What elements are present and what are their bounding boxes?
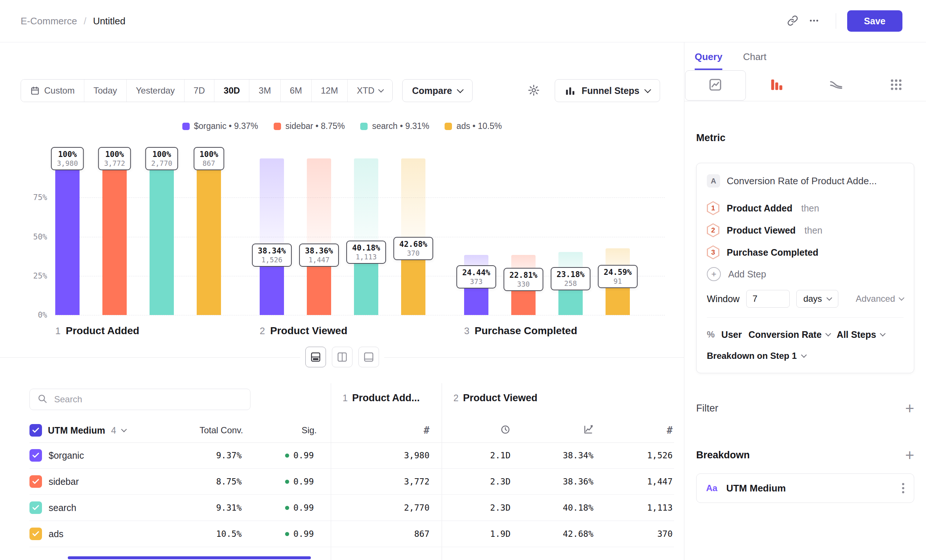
count-column-header[interactable]: #	[595, 425, 674, 436]
chevron-down-icon	[801, 352, 807, 358]
breadcrumb-page-title[interactable]: Untitled	[93, 15, 125, 27]
metric-step-1[interactable]: 1Product Addedthen	[707, 197, 903, 219]
header-divider	[836, 13, 836, 29]
add-breakdown-button[interactable]: +	[905, 450, 914, 461]
bar-count: 2,770	[151, 159, 172, 168]
range-12m-button[interactable]: 12M	[312, 80, 348, 102]
metric-step-3[interactable]: 3Purchase Completed	[707, 241, 903, 263]
window-unit-select[interactable]: days	[796, 290, 838, 308]
time-to-convert-column-header[interactable]	[431, 424, 512, 436]
range-30d-button[interactable]: 30D	[214, 80, 250, 102]
compare-button[interactable]: Compare	[402, 79, 472, 102]
range-yesterday-button[interactable]: Yesterday	[127, 80, 185, 102]
sig-number: 0.99	[294, 503, 315, 513]
pv-conv-value: 38.34%	[512, 451, 595, 460]
select-all-checkbox[interactable]	[29, 424, 42, 437]
legend-swatch	[445, 123, 452, 130]
table-search[interactable]	[29, 389, 250, 410]
layout-chart-only-button[interactable]	[359, 347, 379, 367]
conversion-rate-column-header[interactable]	[512, 424, 595, 436]
breakdown-column-header[interactable]: UTM Medium	[48, 425, 105, 436]
measurement-select[interactable]: Conversion Rate	[749, 329, 830, 340]
chart-settings-button[interactable]	[523, 80, 545, 101]
breadcrumb-project[interactable]: E-Commerce	[21, 15, 77, 27]
breakdown-on-step-select[interactable]: Breakdown on Step 1	[707, 348, 903, 363]
step-connector: then	[805, 225, 823, 236]
tab-query[interactable]: Query	[694, 51, 722, 70]
y-axis-tick: 50%	[0, 233, 47, 241]
more-options-button[interactable]	[803, 10, 825, 32]
funnel-bar-remainder	[401, 159, 425, 248]
funnel-bars-icon	[769, 78, 784, 93]
metric-title-row[interactable]: A Conversion Rate of Product Adde...	[707, 173, 903, 189]
count-column-header[interactable]: #	[317, 425, 431, 436]
range-today-button[interactable]: Today	[84, 80, 127, 102]
y-axis-tick: 25%	[0, 271, 47, 280]
total-conv-value: 8.75%	[184, 477, 243, 486]
bar-value-label: 38.36%1,447	[299, 244, 339, 267]
range-3m-button[interactable]: 3M	[250, 80, 280, 102]
funnel-bar-ads-step1[interactable]	[197, 159, 221, 315]
metric-step-2[interactable]: 2Product Viewedthen	[707, 219, 903, 241]
step-number-badge: 3	[707, 245, 719, 259]
bar-count: 3,772	[104, 159, 125, 168]
range-7d-button[interactable]: 7D	[185, 80, 215, 102]
horizontal-scrollbar-thumb[interactable]	[68, 556, 311, 559]
tab-chart[interactable]: Chart	[743, 51, 767, 70]
range-xtd-button[interactable]: XTD	[348, 80, 392, 102]
table-row-ads[interactable]: ads10.5%0.998671.9D42.68%370	[29, 521, 674, 547]
layout-split-horizontal-button[interactable]	[306, 347, 326, 367]
table-row-organic[interactable]: $organic9.37%0.993,9802.1D38.34%1,526	[29, 442, 674, 469]
sig-column-header[interactable]: Sig.	[243, 425, 317, 436]
kebab-menu-icon[interactable]	[902, 483, 904, 493]
funnel-bar-sidebar-step1[interactable]	[102, 159, 127, 315]
funnel-bar-organic-step1[interactable]	[55, 159, 80, 315]
row-label: ads	[48, 529, 64, 539]
row-checkbox[interactable]	[29, 449, 42, 462]
total-conv-column-header[interactable]: Total Conv.	[184, 425, 243, 436]
bar-count: 370	[399, 249, 427, 257]
legend-item-organic[interactable]: $organic • 9.37%	[182, 121, 258, 131]
viz-tab-insights[interactable]	[685, 70, 746, 101]
view-type-button[interactable]: Funnel Steps	[555, 79, 660, 102]
bar-percent: 24.59%	[604, 268, 632, 277]
legend-item-sidebar[interactable]: sidebar • 8.75%	[274, 121, 345, 131]
table-group-header-step1[interactable]: 1Product Add...	[343, 392, 419, 404]
table-row-search[interactable]: search9.31%0.992,7702.3D40.18%1,113	[29, 495, 674, 521]
bar-value-label: 24.44%373	[456, 265, 496, 289]
row-checkbox[interactable]	[29, 501, 42, 514]
add-filter-button[interactable]: +	[905, 403, 914, 414]
table-row-sidebar[interactable]: sidebar8.75%0.993,7722.3D38.36%1,447	[29, 469, 674, 495]
advanced-toggle[interactable]: Advanced	[856, 294, 903, 304]
legend-item-search[interactable]: search • 9.31%	[360, 121, 429, 131]
layout-split-vertical-button[interactable]	[332, 347, 353, 367]
top-bar: E-Commerce / Untitled Save	[0, 0, 926, 42]
measurement-row: % User Conversion Rate All Steps	[707, 317, 903, 343]
bar-value-label: 100%3,772	[98, 147, 131, 170]
row-checkbox[interactable]	[29, 528, 42, 540]
bar-percent: 24.44%	[462, 268, 490, 277]
legend-item-ads[interactable]: ads • 10.5%	[445, 121, 502, 131]
search-input[interactable]	[53, 394, 243, 405]
breakdown-item[interactable]: Aa UTM Medium	[696, 474, 914, 503]
window-value-input[interactable]	[746, 290, 790, 308]
metric-section-heading: Metric	[696, 132, 926, 144]
steps-scope-select[interactable]: All Steps	[837, 329, 885, 340]
save-button[interactable]: Save	[847, 10, 902, 32]
chevron-down-icon	[378, 86, 384, 92]
counting-method-select[interactable]: User	[721, 329, 742, 340]
share-link-button[interactable]	[782, 10, 803, 32]
range-custom-button[interactable]: Custom	[21, 80, 84, 102]
row-checkbox[interactable]	[29, 475, 42, 488]
step1-count-value: 2,770	[317, 503, 431, 513]
viz-tab-retention[interactable]	[866, 70, 926, 101]
funnel-bar-search-step1[interactable]	[150, 159, 174, 315]
table-group-header-step2[interactable]: 2Product Viewed	[454, 392, 537, 404]
funnel-bar-remainder	[260, 159, 284, 255]
range-6m-button[interactable]: 6M	[281, 80, 312, 102]
add-step-button[interactable]: + Add Step	[707, 263, 903, 285]
pv-count-value: 1,526	[595, 451, 674, 460]
viz-tab-flows[interactable]	[806, 70, 866, 101]
viz-tab-funnels[interactable]	[747, 70, 806, 101]
ellipsis-icon	[808, 15, 820, 27]
